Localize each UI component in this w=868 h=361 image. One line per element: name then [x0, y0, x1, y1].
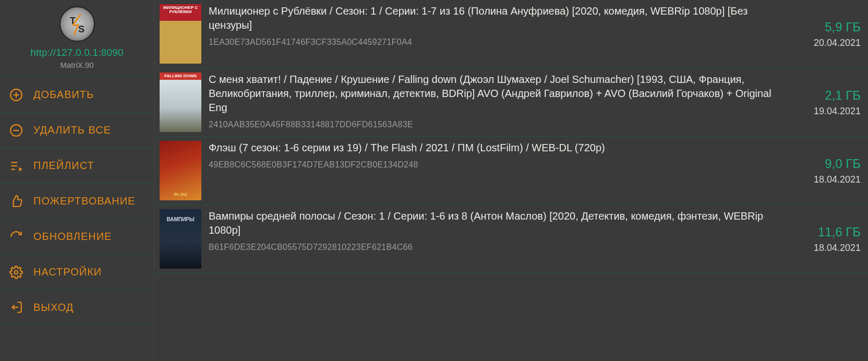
torrent-date: 20.04.2021 — [814, 38, 861, 49]
sidebar: T S http://127.0.0.1:8090 MatriX.90 ДОБА… — [0, 0, 154, 361]
playlist-icon — [9, 159, 23, 173]
sidebar-item-label: ПЛЕЙЛИСТ — [33, 160, 94, 172]
svg-point-11 — [15, 270, 18, 274]
svg-marker-10 — [19, 167, 22, 172]
torrent-hash: 49EB8C6C568E0B3F174D7EAB13DF2CB0E134D248 — [209, 160, 791, 170]
torrent-hash: 2410AAB35E0A45F88B33148817DD6FD61563A83E — [209, 120, 791, 129]
list-item-body: Милиционер с Рублёвки / Сезон: 1 / Серии… — [209, 4, 791, 64]
list-item[interactable]: ФLЭШ Флэш (7 сезон: 1-6 серии из 19) / T… — [154, 137, 868, 205]
torrent-size: 2,1 ГБ — [825, 88, 861, 103]
svg-text:S: S — [78, 24, 85, 34]
list-item-meta: 9,0 ГБ 18.04.2021 — [798, 141, 861, 200]
torrent-list: МИЛИЦИОНЕР С РУБЛЁВКИ Милиционер с Рублё… — [154, 0, 868, 361]
app-root: T S http://127.0.0.1:8090 MatriX.90 ДОБА… — [0, 0, 868, 361]
list-item[interactable]: ВАМПИРЫ Вампиры средней полосы / Сезон: … — [154, 205, 868, 273]
sidebar-item-exit[interactable]: ВЫХОД — [0, 290, 154, 325]
refresh-icon — [9, 230, 23, 244]
sidebar-item-label: ОБНОВЛЕНИЕ — [33, 231, 112, 243]
list-item[interactable]: FALLING DOWN С меня хватит! / Падение / … — [154, 68, 868, 137]
poster-title-overlay: ФLЭШ — [160, 191, 201, 198]
sidebar-menu: ДОБАВИТЬ УДАЛИТЬ ВСЕ ПЛЕЙЛИСТ ПОЖЕРТВОВА… — [0, 77, 154, 325]
poster-thumbnail: МИЛИЦИОНЕР С РУБЛЁВКИ — [160, 4, 201, 64]
sidebar-item-add[interactable]: ДОБАВИТЬ — [0, 77, 154, 112]
poster-title-overlay: FALLING DOWN — [160, 73, 201, 80]
torrent-size: 5,9 ГБ — [825, 20, 861, 34]
exit-icon — [9, 300, 23, 314]
torrent-title: Флэш (7 сезон: 1-6 серии из 19) / The Fl… — [209, 141, 791, 155]
app-logo-icon: T S — [59, 6, 95, 42]
sidebar-item-label: ВЫХОД — [33, 302, 74, 314]
sidebar-item-label: НАСТРОЙКИ — [33, 266, 102, 278]
poster-title-overlay: ВАМПИРЫ — [160, 215, 201, 224]
list-item-body: Флэш (7 сезон: 1-6 серии из 19) / The Fl… — [209, 141, 791, 200]
torrent-date: 19.04.2021 — [814, 106, 861, 117]
torrent-title: С меня хватит! / Падение / Крушение / Fa… — [209, 73, 791, 115]
poster-thumbnail: ФLЭШ — [160, 141, 201, 200]
list-item[interactable]: МИЛИЦИОНЕР С РУБЛЁВКИ Милиционер с Рублё… — [154, 0, 868, 68]
torrent-title: Милиционер с Рублёвки / Сезон: 1 / Серии… — [209, 4, 791, 32]
list-item-meta: 5,9 ГБ 20.04.2021 — [798, 4, 861, 64]
poster-thumbnail: FALLING DOWN — [160, 73, 201, 132]
sidebar-item-label: УДАЛИТЬ ВСЕ — [33, 124, 111, 136]
poster-thumbnail: ВАМПИРЫ — [160, 209, 201, 269]
plus-circle-icon — [9, 88, 23, 102]
poster-title-overlay: МИЛИЦИОНЕР С РУБЛЁВКИ — [160, 4, 201, 16]
server-version: MatriX.90 — [60, 61, 93, 69]
sidebar-item-label: ПОЖЕРТВОВАНИЕ — [33, 195, 135, 207]
sidebar-item-playlist[interactable]: ПЛЕЙЛИСТ — [0, 148, 154, 183]
thumbs-up-icon — [9, 195, 23, 208]
sidebar-item-refresh[interactable]: ОБНОВЛЕНИЕ — [0, 219, 154, 254]
sidebar-item-settings[interactable]: НАСТРОЙКИ — [0, 254, 154, 290]
sidebar-item-remove-all[interactable]: УДАЛИТЬ ВСЕ — [0, 112, 154, 148]
sidebar-item-label: ДОБАВИТЬ — [33, 89, 94, 101]
logo-block: T S http://127.0.0.1:8090 MatriX.90 — [0, 4, 154, 77]
list-item-body: Вампиры средней полосы / Сезон: 1 / Сери… — [209, 209, 791, 269]
torrent-hash: B61F6DE3E204CB05575D7292810223EF621B4C66 — [209, 243, 791, 252]
torrent-date: 18.04.2021 — [814, 243, 861, 254]
torrent-title: Вампиры средней полосы / Сезон: 1 / Сери… — [209, 209, 791, 237]
torrent-size: 9,0 ГБ — [825, 157, 861, 171]
sidebar-item-donate[interactable]: ПОЖЕРТВОВАНИЕ — [0, 183, 154, 219]
list-item-body: С меня хватит! / Падение / Крушение / Fa… — [209, 73, 791, 132]
list-item-meta: 11,6 ГБ 18.04.2021 — [798, 209, 861, 269]
torrent-size: 11,6 ГБ — [818, 225, 861, 239]
gear-icon — [9, 266, 23, 279]
list-item-meta: 2,1 ГБ 19.04.2021 — [798, 73, 861, 132]
minus-circle-icon — [9, 124, 23, 137]
server-url[interactable]: http://127.0.0.1:8090 — [30, 47, 124, 58]
torrent-date: 18.04.2021 — [814, 174, 861, 185]
torrent-hash: 1EA30E73AD561F41746F3CF335A0C4459271F0A4 — [209, 38, 791, 47]
